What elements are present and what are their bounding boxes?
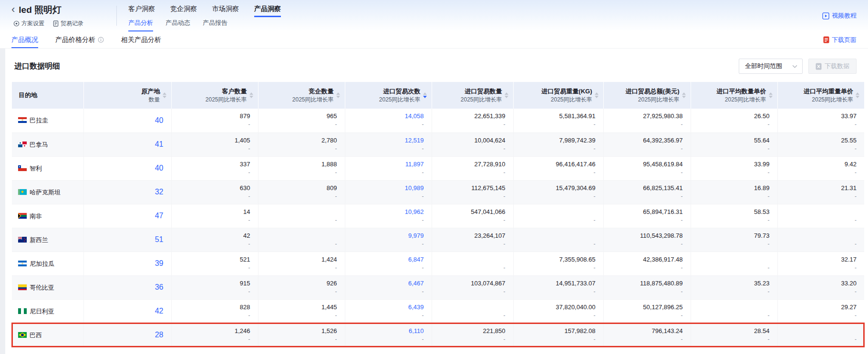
column-header-origin_count[interactable]: 原产地数量 [83,82,171,109]
sort-desc-icon[interactable] [769,96,773,98]
origin-count-link[interactable]: 40 [155,116,164,124]
tab-price-analysis[interactable]: 产品价格分析 [55,31,104,48]
origin-count-link[interactable]: 47 [155,212,164,220]
yoy-growth-value: - [432,145,506,153]
cell-avg_weight_price: 32.17- [777,252,864,275]
cell-value: 26.50 [691,112,770,121]
column-header-trade_quantity[interactable]: 进口贸易数量2025同比增长率 [432,82,513,109]
sort-carets[interactable] [423,92,427,98]
yoy-growth-value: - [778,169,857,177]
tab-product-overview[interactable]: 产品概况 [11,31,38,48]
sort-asc-icon[interactable] [595,92,599,95]
origin-count-link[interactable]: 39 [155,259,164,267]
trade-count-link[interactable]: 6,467 [345,279,424,288]
cell-trade_weight: 7,355,908.65- [513,252,603,275]
sort-desc-icon[interactable] [856,96,859,98]
sort-asc-icon[interactable] [249,92,253,95]
sort-asc-icon[interactable] [682,92,686,95]
tab-product-dynamics[interactable]: 产品动态 [165,19,190,31]
cell-competitor_count: 1,424- [258,252,345,275]
tab-market-insight[interactable]: 市场洞察 [212,5,239,17]
column-header-customer_count[interactable]: 客户数量2025同比增长率 [171,82,258,109]
cell-customer_count: 14- [171,204,258,228]
video-tutorial-link[interactable]: 视频教程 [822,11,857,20]
download-page-link[interactable]: 下载页面 [823,36,857,44]
tab-competitor-insight[interactable]: 竞企洞察 [170,5,197,17]
sort-carets[interactable] [249,92,253,98]
sort-asc-icon[interactable] [769,92,773,95]
sort-carets[interactable] [682,92,686,98]
origin-count-link[interactable]: 41 [155,140,164,148]
info-icon[interactable] [98,37,104,43]
trade-count-link[interactable]: 10,989 [345,184,424,192]
column-header-avg_weight_price[interactable]: 进口平均重量单价2025同比增长率 [777,82,864,109]
yoy-growth-value: - [432,264,506,272]
sort-carets[interactable] [769,92,773,98]
column-label: 目的地 [19,91,37,100]
cell-avg_qty_price: 55.64- [691,132,777,156]
back-icon[interactable]: ‹ [11,4,15,15]
sort-carets[interactable] [336,92,340,98]
sort-desc-icon[interactable] [423,96,427,98]
cell-competitor_count: 965- [258,109,345,132]
table-row-chile: 智利40337-1,888-11,897-27,728,910-96,416,4… [12,156,864,180]
trade-count-link[interactable]: 6,847 [345,255,424,264]
trade-count-link[interactable]: 12,519 [345,136,424,145]
column-sublabel: 2025同比增长率 [626,96,680,103]
cell-customer_count: 630- [171,180,258,204]
cell-destination: 新西兰 [12,228,83,252]
yoy-growth-value: - [691,145,770,153]
origin-count-link[interactable]: 51 [155,235,164,243]
sort-asc-icon[interactable] [336,92,340,95]
sort-asc-icon[interactable] [423,92,427,95]
download-data-button[interactable]: 下载数据 [808,59,857,74]
origin-count-link[interactable]: 32 [155,188,164,196]
sort-desc-icon[interactable] [336,96,340,98]
destination-name: 智利 [30,165,42,172]
cell-origin-count: 51 [83,228,171,252]
trade-count-link[interactable]: 14,058 [345,112,424,121]
origin-count-link[interactable]: 36 [155,283,164,291]
trade-count-link[interactable]: 9,979 [345,232,424,240]
cell-value: 1,405 [172,136,250,145]
sort-carets[interactable] [163,92,166,98]
column-header-competitor_count[interactable]: 竞企数量2025同比增长率 [258,82,345,109]
column-header-trade_total[interactable]: 进口贸易总额(美元)2025同比增长率 [603,82,691,109]
trade-count-link[interactable]: 11,897 [345,160,424,169]
origin-count-link[interactable]: 42 [155,307,164,315]
tab-price-analysis-label: 产品价格分析 [55,36,95,44]
origin-count-link[interactable]: 40 [155,164,164,172]
yoy-growth-value: - [172,121,250,129]
sort-carets[interactable] [595,92,599,98]
column-header-trade_count[interactable]: 进口贸易次数2025同比增长率 [345,82,432,109]
tab-product-report[interactable]: 产品报告 [203,19,227,31]
sort-asc-icon[interactable] [163,92,166,95]
origin-count-link[interactable]: 28 [155,331,164,339]
tab-product-insight[interactable]: 产品洞察 [254,5,281,17]
tab-product-analysis[interactable]: 产品分析 [128,19,153,31]
brazil-flag-icon [18,332,27,338]
trade-count-link[interactable]: 6,110 [345,327,424,335]
tab-related-products-label: 相关产品分析 [121,36,161,44]
trade-records-button[interactable]: 贸易记录 [53,20,83,28]
plan-settings-button[interactable]: 方案设置 [13,20,44,28]
trade-count-link[interactable]: 10,962 [345,208,424,216]
sort-carets[interactable] [856,92,859,98]
sort-desc-icon[interactable] [249,96,253,98]
yoy-growth-value: - [432,121,506,129]
time-range-select[interactable]: 全部时间范围 [739,59,803,74]
sort-carets[interactable] [505,92,508,98]
paraguay-flag-icon [18,117,27,123]
trade-count-link[interactable]: 6,439 [345,303,424,312]
yoy-growth-value: - [778,312,857,320]
sort-desc-icon[interactable] [595,96,599,98]
sort-desc-icon[interactable] [505,96,508,98]
sort-asc-icon[interactable] [856,92,859,95]
column-header-avg_qty_price[interactable]: 进口平均数量单价2025同比增长率 [691,82,777,109]
tab-customer-insight[interactable]: 客户洞察 [128,5,155,17]
sort-desc-icon[interactable] [682,96,686,98]
sort-desc-icon[interactable] [163,96,166,98]
sort-asc-icon[interactable] [505,92,508,95]
column-header-trade_weight[interactable]: 进口贸易重量(KG)2025同比增长率 [513,82,603,109]
tab-related-products[interactable]: 相关产品分析 [121,31,161,48]
